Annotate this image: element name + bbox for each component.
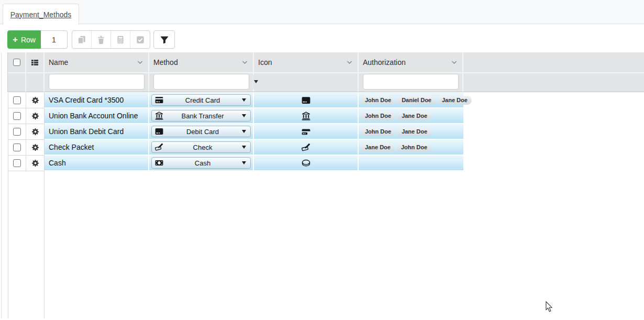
tab-payment-methods-label[interactable]: Payment_Methods	[10, 10, 72, 19]
method-cell: Check	[149, 140, 254, 155]
select-all-checkbox[interactable]	[13, 59, 20, 66]
credit-card-stripe-icon	[302, 127, 310, 136]
authorization-cell[interactable]: John Doe Daniel Doe Jane Doe	[359, 93, 463, 107]
copy-rows-button[interactable]	[72, 31, 92, 48]
row-actions-group	[72, 30, 150, 49]
method-dropdown[interactable]: Bank Transfer	[151, 110, 251, 122]
calculate-button[interactable]	[111, 31, 130, 48]
copy-icon	[77, 36, 86, 44]
method-dropdown[interactable]: Credit Card	[151, 94, 251, 106]
row-settings-button[interactable]	[26, 156, 45, 171]
bank-icon	[155, 112, 163, 120]
row-count-input[interactable]: 1	[41, 30, 68, 49]
row-checkbox[interactable]	[13, 144, 21, 151]
method-dropdown-label: Bank Transfer	[163, 112, 242, 120]
plus-icon: +	[13, 35, 18, 44]
column-header-name[interactable]: Name	[45, 52, 149, 72]
filter-funnel-icon	[160, 36, 169, 44]
filter-cell-select	[8, 72, 26, 92]
header-band-border	[8, 92, 644, 92]
authorization-cell[interactable]	[359, 156, 463, 170]
row-checkbox[interactable]	[13, 128, 21, 136]
row-checkbox[interactable]	[13, 96, 21, 104]
authorization-cell[interactable]: Jane Doe John Doe	[359, 140, 463, 155]
authorization-pill: Daniel Doe	[397, 96, 436, 105]
icon-cell[interactable]	[254, 93, 359, 107]
column-label-name: Name	[45, 58, 137, 67]
method-dropdown[interactable]: Cash	[151, 157, 251, 169]
name-cell[interactable]: Check Packet	[45, 140, 149, 155]
icon-cell[interactable]	[254, 124, 359, 139]
add-row-button[interactable]: + Row	[7, 30, 41, 49]
row-checkbox[interactable]	[13, 159, 21, 167]
method-filter-input[interactable]	[154, 74, 253, 89]
authorization-pill: Jane Doe	[438, 96, 472, 105]
column-header-icon[interactable]: Icon	[254, 52, 359, 72]
caret-down-icon	[242, 114, 246, 117]
row-gutter-empty	[8, 171, 45, 318]
method-dropdown-label: Credit Card	[163, 96, 242, 104]
gear-icon	[31, 144, 39, 151]
row-settings-button[interactable]	[26, 140, 45, 156]
tab-payment-methods[interactable]: Payment_Methods	[3, 4, 79, 25]
table-row: Cash Cash	[8, 156, 463, 171]
chevron-down-icon[interactable]	[242, 61, 248, 64]
row-menu-icon	[31, 59, 39, 67]
credit-card-blank-icon	[302, 96, 310, 105]
calculator-icon	[116, 36, 125, 44]
coin-icon	[302, 159, 310, 168]
filter-filler	[463, 72, 644, 92]
name-cell[interactable]: Cash	[45, 156, 149, 170]
method-cell: Debit Card	[149, 124, 254, 139]
delete-rows-button[interactable]	[92, 31, 111, 48]
header-row-menu[interactable]	[26, 52, 45, 72]
icon-cell[interactable]	[254, 108, 359, 123]
method-dropdown-label: Cash	[163, 159, 242, 167]
money-bill-icon	[155, 159, 163, 167]
filter-button[interactable]	[153, 30, 175, 49]
row-settings-button[interactable]	[26, 93, 45, 108]
header-select-all[interactable]	[8, 52, 26, 72]
column-header-method[interactable]: Method	[149, 52, 254, 72]
name-cell[interactable]: Union Bank Account Online	[45, 108, 149, 123]
name-filter-input[interactable]	[49, 74, 145, 90]
table-row: Union Bank Debit Card Debit Card John Do…	[8, 124, 463, 140]
filter-cell-menu	[26, 72, 45, 92]
authorization-cell[interactable]: John Doe Jane Doe	[359, 124, 463, 139]
column-header-authorization[interactable]: Authorization	[359, 52, 463, 72]
select-button[interactable]	[130, 31, 150, 48]
table-row: Union Bank Account Online Bank Transfer …	[8, 108, 463, 124]
method-cell: Bank Transfer	[149, 108, 254, 123]
authorization-pill: Jane Doe	[397, 127, 431, 136]
chevron-down-icon[interactable]	[451, 61, 457, 64]
column-label-method: Method	[149, 58, 242, 67]
authorization-cell[interactable]: John Doe Jane Doe	[359, 108, 463, 123]
method-dropdown[interactable]: Debit Card	[151, 126, 251, 137]
credit-card-blank-icon	[155, 127, 163, 136]
name-cell[interactable]: VSA Credit Card *3500	[45, 93, 149, 107]
gear-icon	[31, 159, 39, 167]
method-filter-combobox[interactable]	[153, 74, 249, 90]
method-filter-dropdown-button[interactable]	[253, 74, 258, 89]
chevron-down-icon[interactable]	[347, 61, 352, 64]
page-left-border	[1, 24, 2, 318]
gear-icon	[31, 96, 39, 104]
table-row: Check Packet Check Jane Doe John Doe	[8, 140, 463, 156]
name-cell[interactable]: Union Bank Debit Card	[45, 124, 149, 139]
method-dropdown[interactable]: Check	[151, 141, 251, 153]
icon-cell[interactable]	[254, 156, 359, 170]
toolbar: + Row 1	[0, 24, 644, 52]
caret-down-icon	[242, 161, 246, 164]
row-checkbox[interactable]	[13, 112, 21, 120]
row-settings-button[interactable]	[26, 124, 45, 140]
trash-icon	[97, 36, 105, 44]
filter-cell-icon	[254, 72, 359, 92]
method-dropdown-label: Check	[163, 144, 242, 151]
caret-down-icon	[254, 80, 258, 83]
table-row: VSA Credit Card *3500 Credit Card John D…	[8, 93, 463, 108]
authorization-filter-input[interactable]	[363, 74, 459, 90]
chevron-down-icon[interactable]	[137, 61, 143, 64]
icon-cell[interactable]	[254, 140, 359, 155]
row-settings-button[interactable]	[26, 108, 45, 124]
gear-icon	[31, 112, 39, 120]
